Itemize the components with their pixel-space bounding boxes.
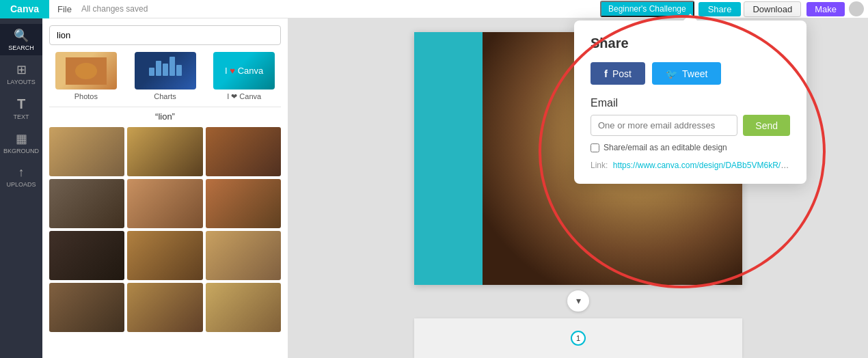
email-label: Email bbox=[591, 97, 790, 109]
uploads-icon: ↑ bbox=[18, 165, 25, 180]
sidebar-item-text[interactable]: T TEXT bbox=[0, 92, 42, 124]
share-link-row: Link: https://www.canva.com/design/DABb5… bbox=[591, 161, 790, 170]
make-button[interactable]: Make bbox=[806, 2, 845, 16]
search-panel: Photos Charts I ♥ Canva I ❤ Canva “lion” bbox=[42, 18, 288, 358]
share-buttons: f Post 🐦 Tweet bbox=[591, 62, 790, 85]
photos-thumbnail bbox=[55, 52, 117, 90]
share-title: Share bbox=[591, 36, 790, 51]
share-button[interactable]: Share bbox=[699, 2, 742, 16]
photos-label: Photos bbox=[74, 92, 98, 100]
list-item[interactable] bbox=[206, 283, 281, 332]
category-canva[interactable]: I ♥ Canva I ❤ Canva bbox=[207, 52, 281, 101]
avatar[interactable] bbox=[849, 1, 864, 16]
charts-label: Charts bbox=[154, 92, 176, 100]
list-item[interactable] bbox=[49, 231, 124, 280]
page-thumbnail[interactable]: 1 bbox=[414, 318, 742, 358]
facebook-icon: f bbox=[604, 68, 608, 79]
list-item[interactable] bbox=[49, 127, 124, 176]
charts-thumbnail bbox=[135, 52, 196, 90]
canva-logo: Canva bbox=[0, 0, 49, 18]
share-link[interactable]: https://www.canva.com/design/DABb5VM6kR/… bbox=[613, 161, 790, 170]
page-number: 1 bbox=[571, 331, 586, 346]
link-label: Link: bbox=[591, 161, 608, 170]
category-charts[interactable]: Charts bbox=[128, 52, 202, 101]
sidebar-item-uploads[interactable]: ↑ UPLOADS bbox=[0, 161, 42, 192]
canvas-nav-down[interactable]: ▾ bbox=[567, 290, 589, 312]
search-input[interactable] bbox=[49, 25, 281, 45]
layouts-icon: ⊞ bbox=[16, 62, 27, 77]
list-item[interactable] bbox=[206, 179, 281, 228]
list-item[interactable] bbox=[49, 179, 124, 228]
category-row: Photos Charts I ♥ Canva I ❤ Canva bbox=[42, 49, 288, 107]
post-button[interactable]: f Post bbox=[591, 62, 645, 85]
send-button[interactable]: Send bbox=[743, 115, 790, 136]
twitter-icon: 🐦 bbox=[666, 68, 677, 79]
list-item[interactable] bbox=[127, 283, 202, 332]
sidebar-item-layouts[interactable]: ⊞ LAYOUTS bbox=[0, 58, 42, 90]
list-item[interactable] bbox=[49, 283, 124, 332]
saved-status: All changes saved bbox=[81, 4, 148, 14]
search-icon: 🔍 bbox=[14, 28, 29, 43]
editable-checkbox[interactable] bbox=[591, 143, 599, 152]
search-query-label: “lion” bbox=[42, 111, 288, 122]
editable-label: Share/email as an editable design bbox=[603, 143, 727, 152]
checkbox-row: Share/email as an editable design bbox=[591, 143, 790, 152]
topbar: Canva File All changes saved Beginner's … bbox=[0, 0, 868, 18]
list-item[interactable] bbox=[206, 231, 281, 280]
sidebar-item-search[interactable]: 🔍 SEARCH bbox=[0, 24, 42, 55]
list-item[interactable] bbox=[127, 231, 202, 280]
canva-thumbnail: I ♥ Canva bbox=[213, 52, 275, 90]
svg-point-1 bbox=[75, 63, 97, 79]
background-icon: ▦ bbox=[16, 131, 27, 146]
photo-grid bbox=[42, 127, 288, 332]
list-item[interactable] bbox=[127, 179, 202, 228]
share-popup: Share f Post 🐦 Tweet Email Send Share/em… bbox=[574, 20, 806, 184]
category-photos[interactable]: Photos bbox=[49, 52, 123, 101]
canva-label: I ❤ Canva bbox=[227, 92, 261, 101]
email-input[interactable] bbox=[591, 115, 737, 136]
email-row: Send bbox=[591, 115, 790, 136]
sidebar: 🔍 SEARCH ⊞ LAYOUTS T TEXT ▦ BKGROUND ↑ U… bbox=[0, 18, 42, 358]
tweet-button[interactable]: 🐦 Tweet bbox=[652, 62, 721, 85]
list-item[interactable] bbox=[127, 127, 202, 176]
beginner-challenge-button[interactable]: Beginner's Challenge bbox=[600, 1, 694, 17]
list-item[interactable] bbox=[206, 127, 281, 176]
sidebar-item-background[interactable]: ▦ BKGROUND bbox=[0, 127, 42, 159]
download-button[interactable]: Download bbox=[744, 1, 801, 17]
text-icon: T bbox=[17, 96, 25, 112]
file-menu[interactable]: File bbox=[57, 4, 72, 14]
chevron-down-icon: ▾ bbox=[576, 295, 581, 306]
search-divider bbox=[49, 107, 281, 107]
search-box-wrap bbox=[42, 18, 288, 49]
